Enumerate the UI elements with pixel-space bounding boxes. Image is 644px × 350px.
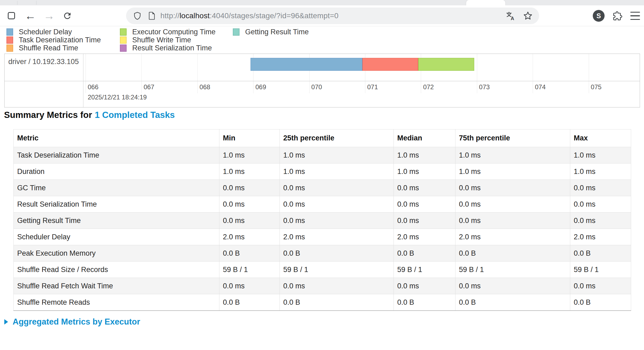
timeline-gridline xyxy=(141,54,142,93)
metric-value-cell: 0.0 ms xyxy=(455,196,570,213)
tab-separator xyxy=(17,1,17,5)
completed-tasks-link[interactable]: 1 Completed Tasks xyxy=(95,110,175,120)
metric-value-cell: 0.0 ms xyxy=(280,213,394,229)
timeline-gridline xyxy=(533,54,533,93)
url-bar[interactable]: http://localhost:4040/stages/stage/?id=9… xyxy=(126,8,539,24)
metric-value-cell: 0.0 B xyxy=(570,294,631,311)
legend-column: Getting Result Time xyxy=(233,28,309,36)
metric-value-cell: 1.0 ms xyxy=(394,147,455,163)
metric-value-cell: 0.0 ms xyxy=(570,213,631,229)
summary-metrics-table: MetricMin25th percentileMedian75th perce… xyxy=(13,129,631,311)
legend-label: Getting Result Time xyxy=(245,28,309,36)
metric-value-cell: 0.0 ms xyxy=(455,278,570,294)
profile-avatar[interactable]: S xyxy=(593,10,605,22)
metric-value-cell: 0.0 ms xyxy=(455,180,570,196)
metric-value-cell: 0.0 ms xyxy=(455,213,570,229)
column-header: Median xyxy=(394,129,455,147)
metric-value-cell: 0.0 B xyxy=(280,294,394,311)
legend-label: Result Serialization Time xyxy=(132,44,212,52)
legend-item: Getting Result Time xyxy=(233,28,309,36)
site-info-page-icon[interactable] xyxy=(148,12,156,20)
legend-swatch-icon xyxy=(6,44,13,52)
reload-button[interactable] xyxy=(61,5,74,26)
table-row: Peak Execution Memory0.0 B0.0 B0.0 B0.0 … xyxy=(14,245,631,262)
aggregated-metrics-toggle[interactable]: Aggregated Metrics by Executor xyxy=(4,317,140,327)
bookmark-star-icon[interactable] xyxy=(522,10,533,21)
timeline-label-panel: driver / 10.192.33.105 xyxy=(5,54,83,107)
scheduler-delay-bar[interactable] xyxy=(251,58,362,71)
metric-value-cell: 0.0 B xyxy=(219,294,280,311)
metric-name-cell: Task Deserialization Time xyxy=(14,147,219,163)
legend-item: Task Deserialization Time xyxy=(6,36,101,44)
menu-icon-line xyxy=(630,19,640,20)
table-row: Getting Result Time0.0 ms0.0 ms0.0 ms0.0… xyxy=(14,213,631,229)
active-tab[interactable] xyxy=(466,0,505,5)
timeline-axis-divider xyxy=(5,81,640,81)
legend-column: Executor Computing TimeShuffle Write Tim… xyxy=(120,28,216,52)
task-deserialization-bar[interactable] xyxy=(362,58,418,71)
metric-value-cell: 0.0 B xyxy=(455,294,570,311)
metric-value-cell: 2.0 ms xyxy=(455,229,570,245)
legend-swatch-icon xyxy=(120,28,127,36)
legend-item: Executor Computing Time xyxy=(120,28,216,36)
metric-value-cell: 1.0 ms xyxy=(280,147,394,163)
metric-value-cell: 0.0 ms xyxy=(280,180,394,196)
side-panel-button[interactable] xyxy=(6,5,17,26)
legend-swatch-icon xyxy=(6,28,13,36)
legend-label: Executor Computing Time xyxy=(132,28,216,36)
timeline-gridline xyxy=(589,54,589,93)
metric-value-cell: 2.0 ms xyxy=(280,229,394,245)
timeline-tick-label: 068 xyxy=(200,83,210,91)
tracking-protection-shield-icon[interactable] xyxy=(133,12,142,20)
metric-value-cell: 59 B / 1 xyxy=(455,262,570,278)
column-header: 75th percentile xyxy=(455,129,570,147)
metric-value-cell: 2.0 ms xyxy=(394,229,455,245)
browser-tab-strip xyxy=(0,0,644,5)
extensions-button[interactable] xyxy=(611,5,624,26)
metric-value-cell: 0.0 B xyxy=(280,245,394,262)
legend-label: Scheduler Delay xyxy=(19,28,72,36)
url-text[interactable]: http://localhost:4040/stages/stage/?id=9… xyxy=(160,12,338,20)
forward-button[interactable]: → xyxy=(42,5,56,26)
metric-value-cell: 0.0 ms xyxy=(394,180,455,196)
metric-value-cell: 0.0 ms xyxy=(394,196,455,213)
metric-value-cell: 0.0 ms xyxy=(219,278,280,294)
legend-swatch-icon xyxy=(120,36,127,44)
collapse-arrow-icon xyxy=(4,319,8,325)
metric-value-cell: 59 B / 1 xyxy=(570,262,631,278)
metric-value-cell: 59 B / 1 xyxy=(280,262,394,278)
back-button[interactable]: ← xyxy=(24,5,37,26)
executor-computing-bar[interactable] xyxy=(418,58,474,71)
url-path: :4040/stages/stage/?id=96&attempt=0 xyxy=(210,12,338,20)
browser-toolbar: ← → http://localhost:4040/stages/stage/?… xyxy=(0,5,644,26)
legend-item: Shuffle Read Time xyxy=(6,44,101,52)
aggregated-metrics-label: Aggregated Metrics by Executor xyxy=(13,317,140,327)
column-header: 25th percentile xyxy=(280,129,394,147)
menu-button[interactable] xyxy=(630,12,640,20)
table-row: Shuffle Remote Reads0.0 B0.0 B0.0 B0.0 B… xyxy=(14,294,631,311)
metric-name-cell: Peak Execution Memory xyxy=(14,245,219,262)
column-header: Max xyxy=(570,129,631,147)
translate-icon[interactable]: A xyxy=(505,11,516,21)
metric-name-cell: GC Time xyxy=(14,180,219,196)
metric-value-cell: 59 B / 1 xyxy=(219,262,280,278)
legend-label: Shuffle Read Time xyxy=(19,44,78,52)
metric-value-cell: 0.0 ms xyxy=(219,213,280,229)
table-row: GC Time0.0 ms0.0 ms0.0 ms0.0 ms0.0 ms xyxy=(14,180,631,196)
task-bar[interactable] xyxy=(251,58,474,71)
metric-value-cell: 59 B / 1 xyxy=(394,262,455,278)
legend-item: Scheduler Delay xyxy=(6,28,101,36)
table-row: Shuffle Read Size / Records59 B / 159 B … xyxy=(14,262,631,278)
metric-value-cell: 1.0 ms xyxy=(455,163,570,180)
metric-value-cell: 0.0 B xyxy=(394,294,455,311)
metric-name-cell: Shuffle Remote Reads xyxy=(14,294,219,311)
timeline-tick-label: 066 xyxy=(88,83,98,91)
executor-row-label: driver / 10.192.33.105 xyxy=(5,54,83,66)
table-row: Scheduler Delay2.0 ms2.0 ms2.0 ms2.0 ms2… xyxy=(14,229,631,245)
metric-value-cell: 0.0 ms xyxy=(570,278,631,294)
legend-item: Shuffle Write Time xyxy=(120,36,216,44)
metric-value-cell: 1.0 ms xyxy=(219,163,280,180)
metric-value-cell: 0.0 ms xyxy=(570,196,631,213)
avatar-letter: S xyxy=(597,12,601,20)
menu-icon-line xyxy=(630,12,640,13)
